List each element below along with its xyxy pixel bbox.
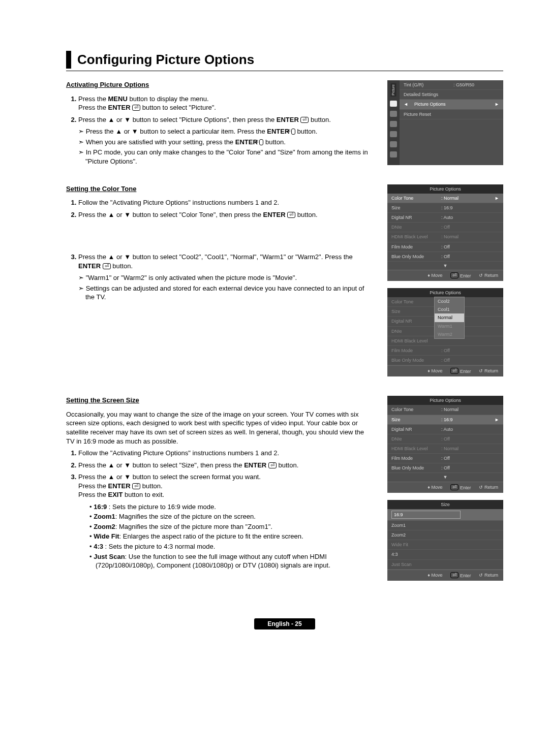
osd-size: Size 16:9Zoom1Zoom2Wide Fit4:3Just Scan …	[387, 500, 503, 581]
tab-icon	[390, 101, 397, 107]
foot-move: ♦ Move	[428, 272, 442, 279]
intro-size: Occasionally, you may want to change the…	[66, 410, 371, 446]
note: "Warm1" or "Warm2" is only activated whe…	[78, 273, 371, 282]
tab-icon	[390, 111, 397, 117]
osd-row: Digital NR: Auto	[387, 213, 503, 223]
size-bullet: Wide Fit: Enlarges the aspect ratio of t…	[89, 532, 371, 541]
rule	[66, 71, 503, 71]
size-bullet: Zoom1: Magnifies the size of the picture…	[89, 512, 371, 521]
osd-row: Blue Only Mode: Off	[387, 356, 503, 365]
osd-row: Color Tone: Normal►	[387, 194, 503, 203]
osd-row: HDMI Black Level: Normal	[387, 444, 503, 454]
osd-row: DNIe: Off	[387, 223, 503, 232]
tab-icon	[390, 131, 397, 137]
size-bullet-list: 16:9 : Sets the picture to 16:9 wide mod…	[89, 502, 371, 570]
note: Settings can be adjusted and stored for …	[78, 284, 371, 302]
osd-row: Wide Fit	[387, 540, 503, 550]
osd-row: Just Scan	[387, 560, 503, 570]
osd-row: Digital NR: Auto	[387, 425, 503, 434]
note: In PC mode, you can only make changes to…	[78, 148, 371, 166]
foot-return: ↺ Return	[479, 272, 498, 279]
size-bullet: 16:9 : Sets the picture to 16:9 wide mod…	[89, 502, 371, 512]
dropdown-item: Cool2	[435, 297, 464, 305]
page-title: Configuring Picture Options	[66, 51, 503, 69]
osd-row: Film Mode: Off	[387, 454, 503, 463]
dropdown-colortone: Cool2Cool1NormalWarm1Warm2	[434, 297, 465, 339]
enter-icon: ⏎	[300, 117, 309, 123]
steps-activating: Press the MENU button to display the men…	[66, 94, 371, 124]
osd-picture-menu: Picture Tint (G/R): G50/R50 Detailed Set…	[387, 80, 503, 165]
enter-icon: ⏎	[132, 483, 140, 489]
enter-icon: ⏎	[132, 105, 140, 111]
osd-row: Blue Only Mode: Off	[387, 463, 503, 473]
subhead-colortone: Setting the Color Tone	[66, 184, 371, 194]
osd-picture-options-2: Picture Options Color ToneSizeDigital NR…	[387, 288, 503, 376]
tab-picture: Picture	[390, 83, 396, 97]
dropdown-item: Cool1	[435, 305, 464, 313]
size-bullet: Just Scan: Use the function to see the f…	[89, 552, 371, 570]
page-footer: English - 25	[254, 618, 315, 629]
osd-row: 4:3	[387, 550, 503, 559]
dropdown-item: Warm2	[435, 330, 464, 338]
steps-colortone: Follow the "Activating Picture Options" …	[66, 198, 371, 219]
tab-icon	[390, 151, 397, 158]
osd-picture-options-3: Picture Options Color Tone: NormalSize: …	[387, 396, 503, 492]
osd-row: Zoom1	[387, 521, 503, 530]
note: Press the ▲ or ▼ button to select a part…	[78, 127, 371, 136]
osd-row: Blue Only Mode: Off	[387, 252, 503, 262]
dropdown-item: Normal	[435, 313, 464, 322]
steps-size: Follow the "Activating Picture Options" …	[66, 449, 371, 499]
osd-row: HDMI Black Level: Normal	[387, 232, 503, 242]
osd-row: Size: 16:9►	[387, 415, 503, 425]
osd-row: 16:9	[387, 509, 503, 521]
tab-icon	[390, 121, 397, 127]
enter-icon: ⏎	[291, 129, 295, 135]
enter-icon: ⏎	[103, 263, 111, 269]
enter-icon: ⏎	[287, 212, 295, 218]
tab-icon	[390, 141, 397, 147]
osd-picture-options-1: Picture Options Color Tone: Normal►Size:…	[387, 184, 503, 281]
note: When you are satisfied with your setting…	[78, 138, 371, 147]
osd-row: Film Mode: Off	[387, 242, 503, 252]
subhead-activating: Activating Picture Options	[66, 80, 371, 89]
osd-row: Size: 16:9	[387, 203, 503, 213]
subhead-size: Setting the Screen Size	[66, 396, 371, 405]
size-bullet: 4:3 : Sets the picture to 4:3 normal mod…	[89, 542, 371, 551]
steps-colortone-3: Press the ▲ or ▼ button to select "Cool2…	[66, 253, 371, 270]
osd-row: Color Tone: Normal	[387, 405, 503, 415]
osd-row: Zoom2	[387, 530, 503, 540]
enter-icon: ⏎	[268, 462, 277, 468]
size-bullet: Zoom2: Magnifies the size of the picture…	[89, 522, 371, 531]
osd-row: DNIe: Off	[387, 434, 503, 444]
osd-row: Film Mode: Off	[387, 346, 503, 356]
dropdown-item: Warm1	[435, 322, 464, 330]
foot-enter: ⏎ Enter	[450, 272, 471, 279]
